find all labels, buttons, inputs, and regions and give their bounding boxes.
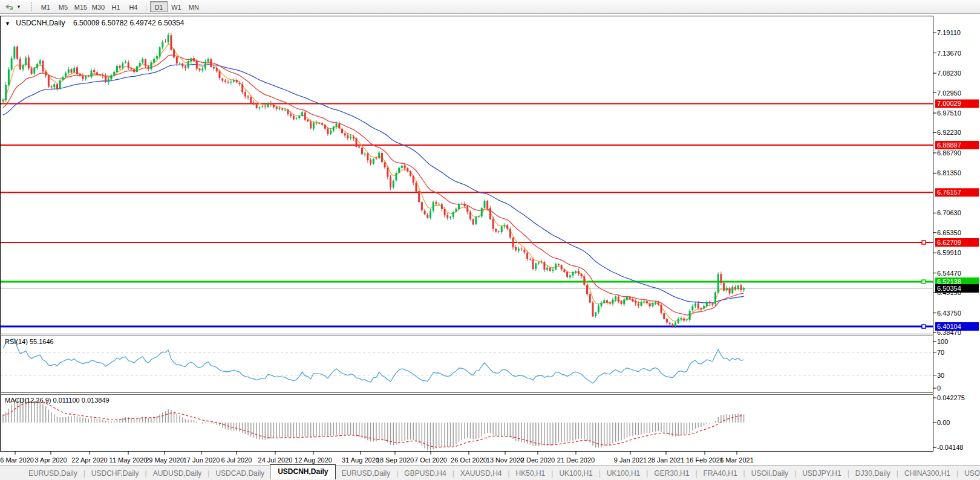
price-axis-label: 6.59910	[937, 249, 961, 256]
time-axis-label: 22 Apr 2020	[71, 456, 107, 464]
price-axis-label: 6.97510	[937, 109, 961, 117]
timeframe-button-m5[interactable]: M5	[54, 1, 72, 12]
chart-canvas[interactable]: 7.191107.136707.082307.029506.975106.922…	[0, 0, 980, 480]
time-axis-label: 12 Aug 2020	[295, 456, 332, 464]
rsi-axis-label: 70	[937, 349, 944, 356]
timeframe-button-w1[interactable]: W1	[168, 1, 185, 12]
rsi-axis-label: 30	[937, 372, 944, 379]
toolbar-separator	[146, 2, 146, 11]
time-axis-label: 26 Oct 2020	[451, 456, 487, 464]
chart-tab-usdchf-daily[interactable]: USDCHF,Daily	[86, 467, 145, 479]
time-axis-label: 6 Mar 2021	[720, 456, 754, 464]
svg-text:6.40104: 6.40104	[937, 323, 961, 330]
chart-tab-eurusd-daily[interactable]: EURUSD,Daily	[23, 467, 83, 479]
svg-text:6.88897: 6.88897	[937, 141, 961, 149]
line-handle-6.52138[interactable]	[922, 280, 926, 284]
chart-tab-dj30-daily[interactable]: DJ30,Daily	[850, 467, 896, 479]
time-axis-label: 2 Dec 2020	[521, 456, 555, 464]
time-axis-label: 11 May 2020	[109, 456, 148, 464]
chart-tab-gbpusd-h4[interactable]: GBPUSD,H4	[399, 467, 451, 479]
time-axis-label: 17 Jun 2020	[183, 456, 220, 464]
rsi-axis-label: 100	[937, 338, 948, 345]
rsi-axis-label: 0	[937, 384, 941, 392]
toolbar-drag-handle[interactable]	[30, 2, 33, 11]
chart-tab-china300-h1[interactable]: CHINA300,H1	[899, 467, 956, 479]
macd-indicator-label: MACD(12,26,9) 0.011100 0.013849	[5, 397, 109, 404]
chart-tab-hk50-h1[interactable]: HK50,H1	[511, 467, 551, 479]
chart-ohlc-values: 6.50009 6.50782 6.49742 6.50354	[73, 19, 185, 27]
timeframe-button-h4[interactable]: H4	[125, 1, 142, 12]
bottom-tab-bar: EURUSD,Daily|USDCHF,Daily|AUDUSD,Daily|U…	[0, 465, 980, 480]
svg-text:7.00029: 7.00029	[937, 100, 961, 107]
price-axis-label: 6.81350	[937, 169, 961, 177]
chart-title: ▼ USDCNH,Daily 6.50009 6.50782 6.49742 6…	[5, 19, 184, 27]
chart-tab-ger30-h1[interactable]: GER30,H1	[648, 467, 694, 479]
chart-tab-usoil-[interactable]: USOil,	[959, 467, 980, 479]
timeframe-button-m30[interactable]: M30	[90, 1, 107, 12]
chart-tab-usdjpy-h1[interactable]: USDJPY,H1	[797, 467, 846, 479]
time-axis-label: 21 Dec 2020	[557, 456, 595, 464]
macd-axis-label: -0.04148	[937, 444, 963, 451]
chart-tab-eurusd-daily[interactable]: EURUSD,Daily	[336, 467, 396, 479]
time-axis-label: 24 Jul 2020	[258, 456, 293, 464]
chart-tab-usdcnh-daily[interactable]: USDCNH,Daily	[270, 464, 336, 479]
line-handle-6.40104[interactable]	[922, 325, 926, 328]
time-axis-label: 29 May 2020	[145, 456, 184, 464]
macd-axis-label: 0.00	[937, 419, 950, 426]
price-axis-label: 6.65350	[937, 229, 961, 236]
svg-text:6.62709: 6.62709	[937, 239, 961, 246]
timeframe-button-mn[interactable]: MN	[185, 1, 203, 12]
time-axis-label: 16 Mar 2020	[0, 456, 34, 464]
chart-tab-audusd-daily[interactable]: AUDUSD,Daily	[148, 467, 207, 479]
chart-tab-uk100-h1[interactable]: UK100,H1	[601, 467, 645, 479]
top-toolbar: ▼ M1M5M15M30H1H4D1W1MN	[0, 0, 980, 14]
time-axis-label: 7 Oct 2020	[414, 456, 447, 464]
time-axis-label: 6 Jul 2020	[221, 456, 252, 464]
timeframe-button-d1[interactable]: D1	[150, 1, 168, 12]
time-axis-label: 16 Feb 2021	[686, 456, 724, 464]
timeframe-button-m1[interactable]: M1	[37, 1, 54, 12]
svg-text:6.50354: 6.50354	[937, 285, 961, 292]
price-axis-label: 7.02950	[937, 89, 961, 97]
price-axis-label: 6.43750	[937, 310, 961, 317]
timeframe-button-m15[interactable]: M15	[72, 1, 90, 12]
price-axis-label: 7.13670	[937, 50, 961, 57]
price-axis-label: 7.19110	[937, 29, 961, 36]
chart-tab-usdcad-daily[interactable]: USDCAD,Daily	[210, 467, 270, 479]
time-axis-label: 13 Nov 2020	[486, 456, 524, 464]
price-axis-label: 7.08230	[937, 70, 961, 77]
timeframe-button-h1[interactable]: H1	[107, 1, 125, 12]
chart-title-collapse-icon[interactable]: ▼	[5, 21, 10, 27]
chart-tab-uk100-h1[interactable]: UK100,H1	[554, 467, 598, 479]
time-axis-label: 3 Apr 2020	[34, 456, 67, 464]
svg-text:6.76157: 6.76157	[937, 189, 961, 196]
rsi-indicator-label: RSI(14) 55.1646	[5, 338, 54, 345]
time-axis-label: 28 Jan 2021	[648, 456, 685, 464]
chart-symbol-title: USDCNH,Daily	[16, 19, 65, 27]
price-axis-label: 6.70630	[937, 209, 961, 216]
time-axis-label: 31 Aug 2020	[342, 456, 379, 464]
macd-axis-label: 0.042275	[937, 394, 965, 401]
price-axis-label: 6.54470	[937, 270, 961, 277]
price-axis-label: 6.92230	[937, 129, 961, 136]
chevron-down-icon[interactable]: ▼	[16, 4, 21, 10]
chart-pan-cursor-icon[interactable]: ▼	[2, 2, 23, 11]
chart-pan-cursor-glyph	[4, 2, 14, 11]
chart-tab-xauusd-h4[interactable]: XAUUSD,H4	[455, 467, 508, 479]
time-axis-label: 9 Jan 2021	[614, 456, 647, 464]
line-handle-6.62709[interactable]	[922, 241, 926, 244]
time-axis-label: 18 Sep 2020	[376, 456, 414, 464]
chart-tab-usoil-daily[interactable]: USOil,Daily	[746, 467, 794, 479]
price-axis-label: 6.86790	[937, 149, 961, 157]
chart-tab-fra40-h1[interactable]: FRA40,H1	[698, 467, 743, 479]
